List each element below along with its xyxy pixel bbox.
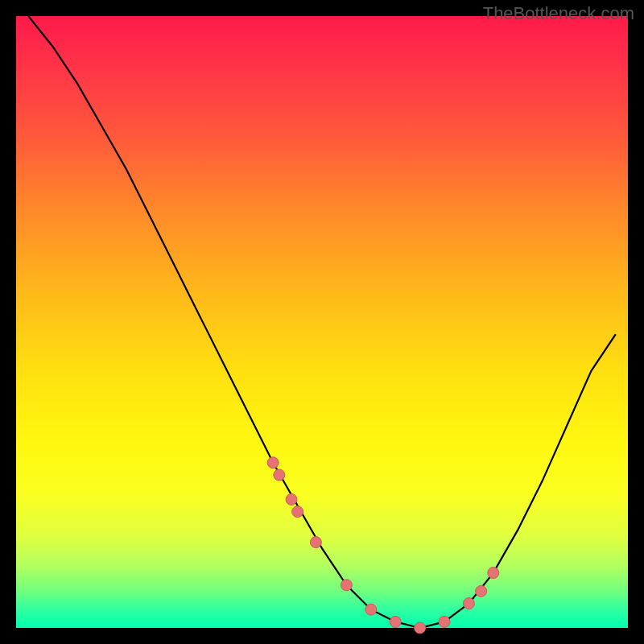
marker-point [310,537,321,548]
bottleneck-curve [28,16,616,628]
marker-point [286,493,297,505]
chart-plot-area [16,16,628,628]
highlight-markers [267,457,499,634]
marker-point [439,616,450,627]
marker-point [292,506,303,518]
marker-point [341,580,352,591]
marker-point [463,598,474,609]
marker-point [274,469,285,481]
marker-point [267,457,279,469]
chart-svg [16,16,628,628]
marker-point [415,622,426,634]
watermark-text: TheBottleneck.com [483,3,634,24]
marker-point [365,604,377,615]
marker-point [476,585,487,597]
marker-point [488,568,499,579]
marker-point [390,616,401,627]
